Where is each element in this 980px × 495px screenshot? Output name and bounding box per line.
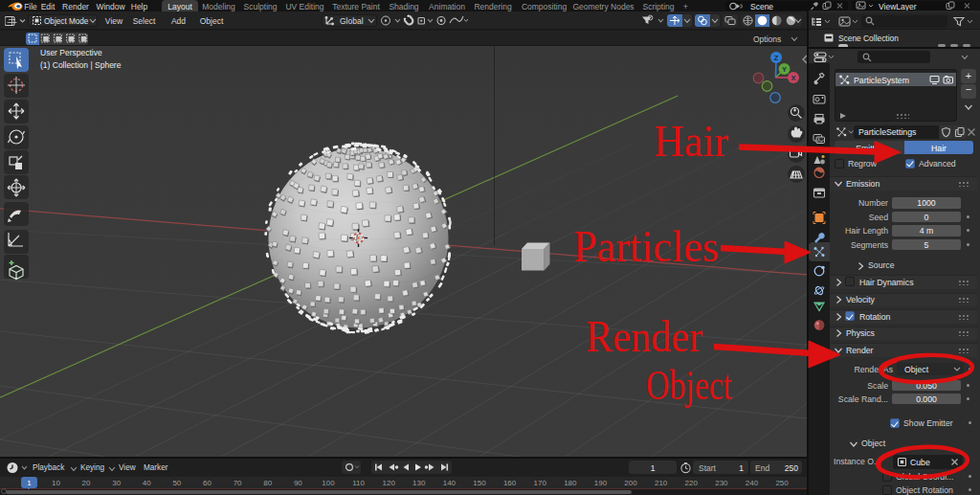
svg-text:Object: Object: [646, 361, 732, 409]
svg-text:Particles: Particles: [573, 222, 719, 271]
svg-text:Hair: Hair: [654, 117, 728, 166]
svg-text:Render: Render: [586, 312, 702, 361]
